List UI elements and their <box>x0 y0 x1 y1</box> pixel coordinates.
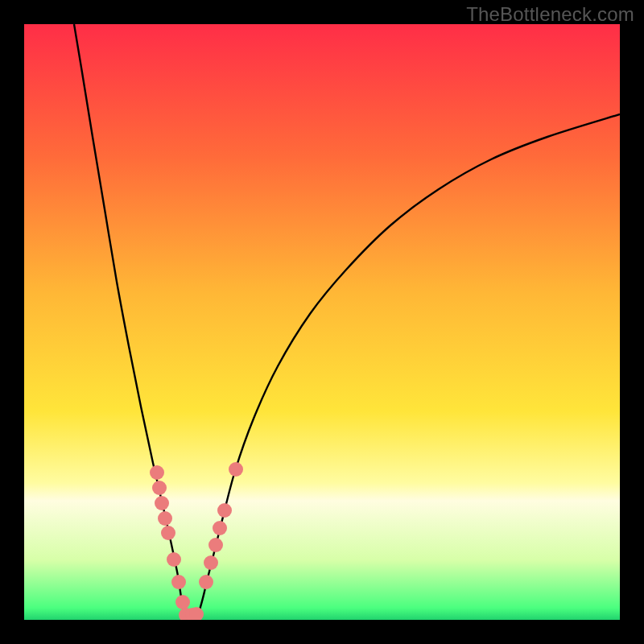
data-point-marker <box>199 575 213 589</box>
data-point-marker <box>152 481 167 495</box>
gradient-background <box>24 24 620 620</box>
data-point-marker <box>167 552 181 567</box>
data-point-marker <box>171 575 186 589</box>
data-point-marker <box>229 462 243 477</box>
data-point-marker <box>155 496 169 510</box>
data-point-marker <box>217 503 232 518</box>
data-point-marker <box>208 538 223 552</box>
data-point-marker <box>213 521 227 535</box>
data-point-marker <box>204 555 218 570</box>
plot-area <box>24 24 620 620</box>
plot-svg <box>24 24 620 620</box>
watermark-text: TheBottleneck.com <box>466 3 634 26</box>
data-point-marker <box>158 511 172 526</box>
data-point-marker <box>161 526 175 540</box>
data-point-marker <box>175 595 190 609</box>
data-point-marker <box>150 465 164 480</box>
